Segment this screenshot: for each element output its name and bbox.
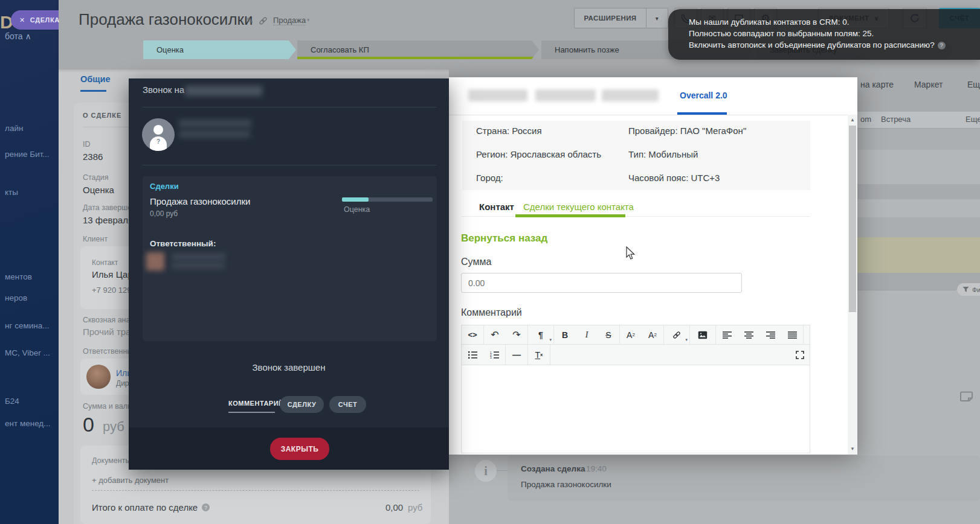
field-stage-value[interactable]: Оценка (83, 185, 114, 195)
tab-zoom[interactable]: om (860, 115, 871, 124)
tab-invoice-button[interactable]: СЧЕТ (329, 396, 366, 413)
tab-on-map[interactable]: на карте (860, 80, 894, 89)
back-link[interactable]: Вернуться назад (461, 232, 547, 244)
link-icon[interactable] (259, 16, 268, 25)
field-stage-label: Стадия (83, 173, 109, 182)
blurred-tab[interactable] (468, 89, 527, 101)
stage-label: Оценка (156, 45, 184, 54)
redo-button[interactable]: ↷ (506, 325, 528, 344)
tab-more-activity[interactable]: Еще (965, 115, 980, 124)
modal-scrollbar[interactable]: ▲ ▼ (848, 115, 857, 455)
sidebar-item[interactable]: ментов (5, 272, 32, 281)
info-region: Регион: Ярославская область (476, 149, 601, 159)
sidebar-item[interactable]: кты (5, 188, 18, 197)
scrollbar-thumb[interactable] (849, 126, 856, 312)
sidebar-item-group[interactable]: бота ∧ (5, 31, 31, 41)
svg-text:3.: 3. (490, 356, 492, 359)
filter-button[interactable]: Фи (957, 283, 980, 296)
sidebar-item[interactable]: Б24 (5, 397, 19, 406)
stage-item[interactable]: Согласовать КП (297, 40, 539, 59)
strikethrough-button[interactable]: S (598, 325, 620, 344)
horizontal-rule-button[interactable]: — (506, 345, 528, 365)
extensions-button[interactable]: РАСШИРЕНИЯ (574, 8, 646, 28)
sidebar-item[interactable]: лайн (5, 124, 23, 133)
call-footer: ЗАКРЫТЬ (129, 427, 449, 470)
tab-more[interactable]: Ещ (967, 80, 980, 89)
avatar-question: ? (156, 138, 160, 145)
stage-label: Согласовать КП (311, 45, 369, 54)
insert-link-button[interactable]: ▾ (664, 325, 690, 344)
tab-contact-deals[interactable]: Сделки текущего контакта (523, 202, 634, 212)
align-center-button[interactable] (738, 325, 759, 344)
tab-invoice-label: СЧЕТ (338, 401, 357, 408)
info-country: Страна: Россия (476, 126, 542, 136)
field-date-value[interactable]: 13 февраля (83, 215, 133, 225)
sidebar-item[interactable]: рение Бит... (5, 150, 50, 159)
note-icon[interactable] (960, 391, 973, 402)
expand-editor-button[interactable] (796, 345, 810, 365)
filter-label: Фи (972, 286, 980, 293)
comment-label: Комментарий (461, 307, 522, 318)
edit-title-icon[interactable]: ✎ (247, 16, 254, 25)
tooltip-line: Мы нашли дубликаты контактов в CRM: 0. (689, 18, 849, 27)
deal-category-link[interactable]: Продажа (273, 16, 306, 25)
tab-comment[interactable]: КОММЕНТАРИЙ (228, 400, 284, 407)
undo-button[interactable]: ↶ (484, 325, 506, 344)
align-left-button[interactable] (716, 325, 738, 344)
comment-editor-area[interactable] (461, 365, 810, 453)
superscript-button[interactable]: A2 (620, 325, 642, 344)
insert-image-button[interactable] (690, 325, 716, 344)
call-deal-name[interactable]: Продажа газонокосилки (150, 196, 250, 206)
client-card[interactable]: Контакт Илья Цар +7 920 129- (80, 246, 135, 309)
bullet-list-button[interactable] (462, 345, 483, 365)
section-about-deal: О СДЕЛКЕ (83, 112, 121, 119)
code-view-button[interactable]: <> (462, 325, 484, 344)
align-justify-button[interactable] (781, 325, 804, 344)
timeline-entry[interactable]: Создана сделка 19:40 Продажа газонокосил… (508, 456, 980, 501)
sidebar-item[interactable]: МС, Viber ... (5, 348, 50, 357)
tab-contact[interactable]: Контакт (479, 202, 514, 212)
bold-button[interactable]: B (554, 325, 576, 344)
close-call-button[interactable]: ЗАКРЫТЬ (270, 438, 329, 460)
dashed-divider (92, 490, 419, 491)
tab-general[interactable]: Общие (80, 74, 110, 84)
sidebar-item[interactable]: ент менед... (5, 419, 50, 428)
add-document-link[interactable]: + добавить документ (92, 476, 169, 485)
italic-button[interactable]: I (576, 325, 598, 344)
numbered-list-button[interactable]: 1.2.3. (483, 345, 506, 365)
tab-overcall[interactable]: Overcall 2.0 (680, 91, 727, 100)
sidebar-item[interactable]: неров (5, 293, 27, 302)
scroll-up-icon[interactable]: ▲ (850, 117, 855, 123)
sidebar-item[interactable]: нг семина... (5, 321, 49, 330)
field-date-label: Дата завершен (83, 203, 136, 212)
tab-meeting[interactable]: Встреча (881, 115, 911, 124)
amount-value: 0 (83, 413, 94, 436)
blurred-tab[interactable] (535, 89, 596, 101)
contact-name[interactable]: Илья Цар (92, 269, 133, 280)
extensions-caret-button[interactable]: ▾ (646, 8, 668, 28)
total-value: 0,00 (385, 502, 403, 513)
subscript-button[interactable]: A2 (642, 325, 664, 344)
slider-close-button[interactable]: ✕ СДЕЛКА (11, 10, 59, 30)
tab-comment-underline (228, 412, 275, 413)
tab-underline (80, 90, 106, 92)
timeline-entry-time: 19:40 (586, 464, 607, 473)
scroll-down-icon[interactable]: ▼ (850, 446, 855, 452)
responsible-card[interactable]: Илья Дирек (80, 359, 135, 395)
chevron-down-icon[interactable]: ▾ (307, 17, 310, 23)
contact-label: Контакт (92, 258, 118, 267)
blurred-caller-name (179, 120, 251, 127)
align-right-button[interactable] (759, 325, 781, 344)
tab-market[interactable]: Маркет (914, 80, 943, 89)
clear-format-button[interactable]: Tx (528, 345, 550, 365)
paragraph-format-button[interactable]: ¶▾ (528, 325, 554, 344)
tab-deal-button[interactable]: СДЕЛКУ (280, 396, 324, 413)
help-icon[interactable]: ? (938, 42, 946, 50)
deals-section-label[interactable]: Сделки (150, 182, 179, 191)
help-icon[interactable]: ? (202, 503, 210, 511)
stage-item-current[interactable]: Оценка (143, 40, 296, 59)
contact-phone[interactable]: +7 920 129- (92, 286, 134, 295)
sum-input[interactable] (461, 273, 742, 293)
divider (143, 165, 437, 165)
blurred-tab[interactable] (602, 89, 659, 101)
